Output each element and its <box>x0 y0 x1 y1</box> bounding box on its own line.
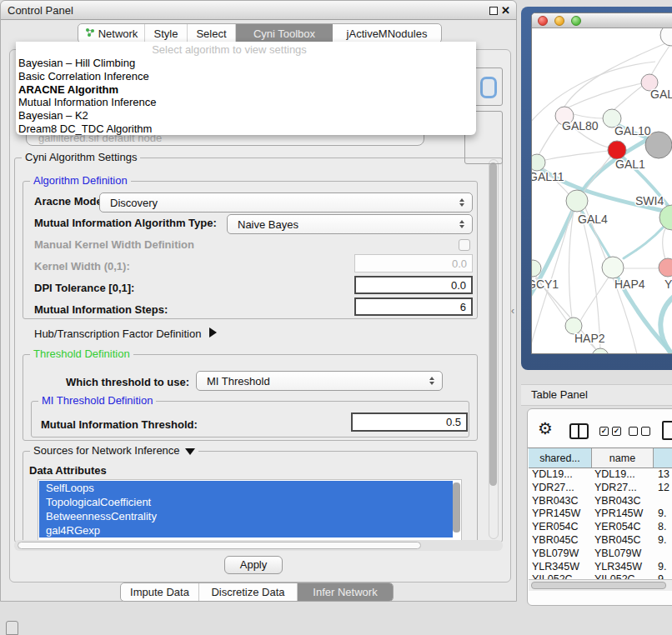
data-attributes-list[interactable]: SelfLoopsTopologicalCoefficientBetweenne… <box>38 479 462 542</box>
panel-splitter-arrow[interactable]: ‹ <box>511 305 514 317</box>
network-edge[interactable] <box>624 225 665 258</box>
table-row[interactable]: YIL052CYIL052C9 <box>529 573 672 579</box>
manual-kernel-checkbox[interactable] <box>459 239 470 251</box>
table-body[interactable]: YDL19...YDL19...13YDR27...YDR27...12YBR0… <box>529 468 672 579</box>
table-row[interactable]: YDL19...YDL19...13 <box>529 468 672 482</box>
settings-horizontal-scrollbar[interactable] <box>14 540 503 551</box>
table-row[interactable]: YLR345WYLR345W9. <box>529 561 672 574</box>
table-row[interactable]: YBR043CYBR043C <box>529 495 672 508</box>
hub-definition-toggle[interactable]: Hub/Transcription Factor Definition <box>34 328 217 341</box>
network-node-GAL4[interactable] <box>566 190 588 212</box>
aracne-mode-combo[interactable]: Discovery <box>99 192 473 212</box>
cell: YDL19... <box>532 468 573 482</box>
table-horizontal-scrollbar[interactable] <box>529 579 672 591</box>
table-panel-titlebar[interactable]: Table Panel <box>521 384 672 406</box>
table-row[interactable]: YPR145WYPR145W9. <box>529 508 672 521</box>
sources-group-title[interactable]: Sources for Network Inference <box>30 444 198 458</box>
gear-icon[interactable]: ⚙ <box>538 420 553 437</box>
tab-select[interactable]: Select <box>188 24 236 42</box>
cell: YER054C <box>532 521 579 534</box>
network-node-GCY1[interactable] <box>532 260 541 277</box>
tab-network[interactable]: Network <box>78 24 145 42</box>
algorithm-combo-focus-fragment[interactable] <box>480 77 497 98</box>
close-traffic-light-icon[interactable] <box>538 16 548 26</box>
dpi-tolerance-input[interactable]: 0.0 <box>354 276 473 294</box>
tab-style[interactable]: Style <box>145 24 188 42</box>
float-window-icon[interactable] <box>489 7 498 15</box>
cell: YIL052C <box>594 573 635 579</box>
algorithm-option-bayesian-hill-climbing[interactable]: Bayesian – Hill Climbing <box>18 57 469 70</box>
close-icon[interactable]: ✕ <box>501 1 510 20</box>
network-node-label: GAL4 <box>578 212 608 226</box>
attribute-item-selfloops[interactable]: SelfLoops <box>39 481 453 495</box>
table-row[interactable]: YBR045CYBR045C9. <box>529 534 672 548</box>
network-edge[interactable] <box>545 151 608 160</box>
expand-right-icon[interactable] <box>209 328 217 338</box>
split-pane-icon[interactable] <box>569 423 589 439</box>
column-header-shared[interactable]: shared... <box>529 448 592 468</box>
check-all-icon[interactable]: ✓ <box>612 427 621 436</box>
algorithm-option-basic-correlation-inference[interactable]: Basic Correlation Inference <box>18 70 469 83</box>
attribute-item-gal4rgexp[interactable]: gal4RGexp <box>39 523 453 538</box>
tab-discretize-data[interactable]: Discretize Data <box>199 583 298 601</box>
network-edge[interactable] <box>584 156 611 192</box>
tab-infer-network[interactable]: Infer Network <box>298 583 393 601</box>
algorithm-option-mutual-information-inference[interactable]: Mutual Information Inference <box>18 96 469 109</box>
tab-impute-data[interactable]: Impute Data <box>121 583 199 601</box>
network-node-GAL1[interactable] <box>608 141 626 159</box>
check-all-icon[interactable]: ✓ <box>599 427 609 436</box>
network-node-node-a[interactable] <box>660 28 672 46</box>
top-tab-bar: NetworkStyleSelectCyni ToolboxjActiveMNo… <box>78 23 442 43</box>
network-canvas[interactable]: GALGAL80GAL10GAL1GAL11SWI4GAL4GCY1HAP4YH… <box>532 28 672 354</box>
uncheck-all-icon[interactable] <box>641 427 650 436</box>
settings-vertical-scrollbar[interactable] <box>489 159 499 539</box>
network-edge[interactable] <box>580 211 600 349</box>
apply-button[interactable]: Apply <box>224 556 283 574</box>
network-view-window: GALGAL80GAL10GAL1GAL11SWI4GAL4GCY1HAP4YH… <box>531 12 672 354</box>
column-header-a[interactable]: A <box>654 448 672 468</box>
minimize-traffic-light-icon[interactable] <box>554 16 564 26</box>
table-row[interactable]: YDR27...YDR27...12 <box>529 482 672 495</box>
table-row[interactable]: YER054CYER054C8. <box>529 521 672 534</box>
network-edge[interactable] <box>539 122 560 155</box>
attribute-item-topologicalcoefficient[interactable]: TopologicalCoefficient <box>39 495 453 509</box>
column-header-name[interactable]: name <box>592 448 654 468</box>
network-edge[interactable] <box>663 227 667 259</box>
network-window-titlebar[interactable] <box>532 13 672 28</box>
vertical-scroll-thumb[interactable] <box>489 162 497 486</box>
tab-jactivemnodules[interactable]: jActiveMNodules <box>333 24 441 42</box>
network-node-HAP4[interactable] <box>602 257 624 278</box>
mi-type-label: Mutual Information Algorithm Type: <box>34 217 217 230</box>
horizontal-scroll-thumb[interactable] <box>18 542 421 549</box>
tab-label: jActiveMNodules <box>347 28 428 40</box>
zoom-traffic-light-icon[interactable] <box>571 16 581 26</box>
control-panel-titlebar[interactable]: Control Panel ✕ <box>1 1 516 20</box>
kernel-width-input[interactable]: 0.0 <box>354 254 473 272</box>
algorithm-option-aracne-algorithm[interactable]: ARACNE Algorithm <box>18 83 469 97</box>
which-threshold-combo[interactable]: MI Threshold <box>196 371 443 391</box>
table-scroll-thumb[interactable] <box>531 582 666 589</box>
algorithm-option-bayesian-k2[interactable]: Bayesian – K2 <box>18 109 469 122</box>
collapse-down-icon[interactable] <box>185 448 195 455</box>
cell: YPR145W <box>532 508 580 521</box>
uncheck-all-icon[interactable] <box>629 427 638 436</box>
network-node-GAL11[interactable] <box>532 154 545 171</box>
attributes-list-scrollbar[interactable] <box>453 482 460 532</box>
document-icon[interactable] <box>662 421 672 440</box>
mi-threshold-input[interactable]: 0.5 <box>351 412 468 432</box>
table-row[interactable]: YBL079WYBL079W <box>529 548 672 561</box>
tab-cyni-toolbox[interactable]: Cyni Toolbox <box>236 24 333 42</box>
network-node-node-d[interactable] <box>659 258 672 277</box>
network-edge[interactable] <box>566 83 643 108</box>
network-edge[interactable] <box>569 211 574 318</box>
threshold-definition-title: Threshold Definition <box>30 348 133 361</box>
mi-steps-input[interactable]: 6 <box>354 298 473 316</box>
aracne-mode-label: Aracne Mode: <box>34 195 106 208</box>
cell: YDR27... <box>594 482 637 495</box>
mi-type-combo[interactable]: Naive Bayes <box>227 214 473 234</box>
algorithm-option-dream8-dc-tdc-algorithm[interactable]: Dream8 DC_TDC Algorithm <box>18 122 469 136</box>
network-node-node-e[interactable] <box>592 348 609 354</box>
minimized-palette-icon[interactable] <box>6 621 18 635</box>
network-edge[interactable] <box>574 114 604 118</box>
attribute-item-betweennesscentrality[interactable]: BetweennessCentrality <box>39 509 453 523</box>
